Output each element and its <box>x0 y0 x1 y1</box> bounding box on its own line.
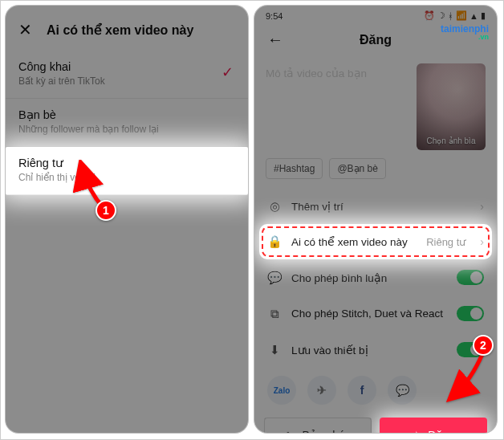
share-facebook[interactable]: f <box>348 376 376 405</box>
footer-row: 🗂 Bản nháp ✦ Đăng <box>254 411 497 433</box>
post-button[interactable]: ✦ Đăng <box>380 418 487 433</box>
option-label: Bạn bè <box>18 108 235 121</box>
row-comments[interactable]: 💬 Cho phép bình luận <box>254 259 497 295</box>
stitch-icon: ⧉ <box>267 307 282 321</box>
status-bar: 9:54 ⏰ ☽ ᚼ 📶 ▲ ▮ <box>254 6 497 22</box>
privacy-header: ✕ Ai có thể xem video này <box>6 6 248 51</box>
option-public[interactable]: Công khai Bất kỳ ai trên TikTok ✓ <box>6 51 248 99</box>
back-icon[interactable]: ← <box>267 31 283 49</box>
sparkle-icon: ✦ <box>412 429 421 433</box>
callout-badge-2: 2 <box>473 335 494 356</box>
left-screen: ✕ Ai có thể xem video này Công khai Bất … <box>6 6 248 433</box>
option-sub: Bất kỳ ai trên TikTok <box>18 75 235 87</box>
hashtag-chip[interactable]: #Hashtag <box>266 158 323 179</box>
alarm-icon: ⏰ <box>424 10 435 21</box>
download-icon: ⬇ <box>267 343 282 357</box>
privacy-title: Ai có thể xem video này <box>47 22 193 38</box>
chevron-right-icon: › <box>480 200 484 213</box>
toggle-on[interactable] <box>457 270 484 285</box>
status-icons: ⏰ ☽ ᚼ 📶 ▲ ▮ <box>424 10 486 21</box>
moon-icon: ☽ <box>437 10 445 21</box>
arrow-2 <box>444 348 492 404</box>
option-private[interactable]: Riêng tư Chỉ hiển thị với tôi <box>6 147 248 195</box>
row-value: Riêng tư <box>426 236 465 248</box>
option-sub: Chỉ hiển thị với tôi <box>18 172 235 183</box>
chips-row: #Hashtag @Bạn bè <box>254 155 497 189</box>
comment-icon: 💬 <box>267 271 282 285</box>
friends-chip[interactable]: @Bạn bè <box>329 158 386 179</box>
lock-icon: 🔒 <box>267 234 282 249</box>
close-icon[interactable]: ✕ <box>18 20 32 39</box>
dim-overlay <box>264 418 372 433</box>
description-input[interactable]: Mô tả video của bạn <box>266 63 408 150</box>
badge-number: 1 <box>96 200 116 221</box>
badge-number: 2 <box>473 335 494 356</box>
battery-icon: ▮ <box>481 10 486 21</box>
option-sub: Những follower mà bạn follow lại <box>18 124 235 135</box>
row-label: Thêm vị trí <box>291 200 470 213</box>
share-zalo[interactable]: Zalo <box>267 376 296 405</box>
check-icon: ✓ <box>222 63 234 81</box>
watermark: taimienphi.vn <box>441 23 489 39</box>
post-label: Đăng <box>428 429 454 433</box>
location-icon: ◎ <box>267 199 282 214</box>
option-label: Công khai <box>18 60 235 73</box>
post-title: Đăng <box>360 33 392 47</box>
row-stitch[interactable]: ⧉ Cho phép Stitch, Duet và React <box>254 295 497 332</box>
signal-icon: 📶 <box>456 10 467 21</box>
bt-icon: ᚼ <box>448 11 453 21</box>
row-label: Lưu vào thiết bị <box>291 344 447 356</box>
chevron-right-icon: › <box>480 235 484 248</box>
row-privacy[interactable]: 🔒 Ai có thể xem video này Riêng tư › <box>259 224 492 259</box>
row-label: Cho phép bình luận <box>291 271 447 284</box>
share-more[interactable]: 💬 <box>388 376 417 405</box>
status-time: 9:54 <box>266 11 282 21</box>
callout-badge-1: 1 <box>96 200 116 221</box>
description-row: Mô tả video của bạn Chọn ảnh bìa <box>254 57 497 155</box>
option-friends[interactable]: Bạn bè Những follower mà bạn follow lại <box>6 99 248 147</box>
row-location[interactable]: ◎ Thêm vị trí › <box>254 189 497 224</box>
row-label: Ai có thể xem video này <box>291 235 417 248</box>
right-screen: taimienphi.vn 9:54 ⏰ ☽ ᚼ 📶 ▲ ▮ ← Đăng Mô… <box>254 6 497 433</box>
option-label: Riêng tư <box>18 157 235 169</box>
row-label: Cho phép Stitch, Duet và React <box>291 308 447 320</box>
cover-thumbnail[interactable]: Chọn ảnh bìa <box>417 63 486 150</box>
share-messenger[interactable]: ✈ <box>307 376 336 405</box>
wifi-icon: ▲ <box>469 11 478 21</box>
toggle-on[interactable] <box>457 306 484 321</box>
cover-label: Chọn ảnh bìa <box>417 136 486 145</box>
